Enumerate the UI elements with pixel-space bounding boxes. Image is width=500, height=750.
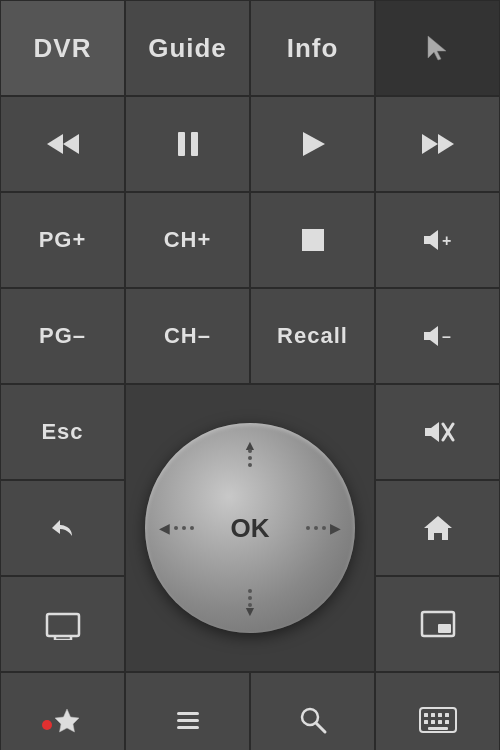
pg-plus-label: PG+ (39, 227, 87, 253)
recall-button[interactable]: Recall (250, 288, 375, 384)
ch-plus-label: CH+ (164, 227, 212, 253)
svg-marker-0 (47, 134, 63, 154)
rewind-button[interactable] (0, 96, 125, 192)
ch-minus-button[interactable]: CH– (125, 288, 250, 384)
ch-plus-button[interactable]: CH+ (125, 192, 250, 288)
svg-marker-4 (303, 132, 325, 156)
dpad-right-arrow: ▶ (330, 520, 341, 536)
svg-rect-26 (438, 720, 442, 724)
fastforward-icon (420, 130, 456, 158)
keyboard-button[interactable] (375, 672, 500, 750)
svg-marker-6 (438, 134, 454, 154)
svg-marker-5 (422, 134, 438, 154)
ch-minus-label: CH– (164, 323, 211, 349)
guide-label: Guide (148, 33, 227, 64)
svg-rect-22 (438, 713, 442, 717)
svg-rect-16 (438, 624, 451, 633)
esc-label: Esc (41, 419, 83, 445)
dpad-area[interactable]: ▲ ▼ ◀ ▶ OK (125, 384, 375, 672)
back-button[interactable] (0, 480, 125, 576)
ok-button[interactable]: OK (231, 513, 270, 544)
esc-button[interactable]: Esc (0, 384, 125, 480)
vol-up-button[interactable]: + (375, 192, 500, 288)
svg-marker-1 (63, 134, 79, 154)
menu-button[interactable] (125, 672, 250, 750)
cursor-icon (422, 32, 454, 64)
keyboard-icon (419, 706, 457, 734)
guide-button[interactable]: Guide (125, 0, 250, 96)
dvr-button[interactable]: DVR (0, 0, 125, 96)
mute-icon (421, 418, 455, 446)
info-button[interactable]: Info (250, 0, 375, 96)
pause-icon (176, 130, 200, 158)
svg-rect-28 (428, 727, 448, 730)
svg-rect-23 (445, 713, 449, 717)
svg-rect-11 (47, 614, 79, 636)
menu-icon (177, 712, 199, 729)
pg-minus-label: PG– (39, 323, 86, 349)
dvr-label: DVR (34, 33, 92, 64)
stop-button[interactable] (250, 192, 375, 288)
svg-rect-21 (431, 713, 435, 717)
svg-rect-20 (424, 713, 428, 717)
favorites-button[interactable] (0, 672, 125, 750)
search-button[interactable] (250, 672, 375, 750)
vol-down-button[interactable]: – (375, 288, 500, 384)
home-button[interactable] (375, 480, 500, 576)
play-button[interactable] (250, 96, 375, 192)
svg-rect-2 (178, 132, 185, 156)
fav-container (44, 706, 82, 734)
info-label: Info (287, 33, 339, 64)
svg-rect-3 (191, 132, 198, 156)
rewind-icon (45, 130, 81, 158)
svg-text:+: + (442, 232, 451, 249)
fastforward-button[interactable] (375, 96, 500, 192)
pause-button[interactable] (125, 96, 250, 192)
pip-button[interactable] (375, 576, 500, 672)
play-icon (299, 130, 327, 158)
tv-icon (45, 608, 81, 640)
vol-down-icon: – (420, 322, 456, 350)
pg-plus-button[interactable]: PG+ (0, 192, 125, 288)
home-icon (422, 512, 454, 544)
cursor-button[interactable] (375, 0, 500, 96)
svg-rect-25 (431, 720, 435, 724)
svg-rect-24 (424, 720, 428, 724)
recall-label: Recall (277, 323, 348, 349)
mute-button[interactable] (375, 384, 500, 480)
red-dot (42, 720, 52, 730)
svg-text:–: – (442, 328, 451, 345)
dpad-left-arrow: ◀ (159, 520, 170, 536)
tv-button[interactable] (0, 576, 125, 672)
stop-icon (302, 229, 324, 251)
dpad-circle[interactable]: ▲ ▼ ◀ ▶ OK (145, 423, 355, 633)
back-arrow-icon (46, 514, 80, 542)
pip-icon (420, 610, 456, 638)
svg-line-18 (316, 723, 325, 732)
search-icon (298, 705, 328, 735)
vol-up-icon: + (420, 226, 456, 254)
svg-rect-27 (445, 720, 449, 724)
pg-minus-button[interactable]: PG– (0, 288, 125, 384)
